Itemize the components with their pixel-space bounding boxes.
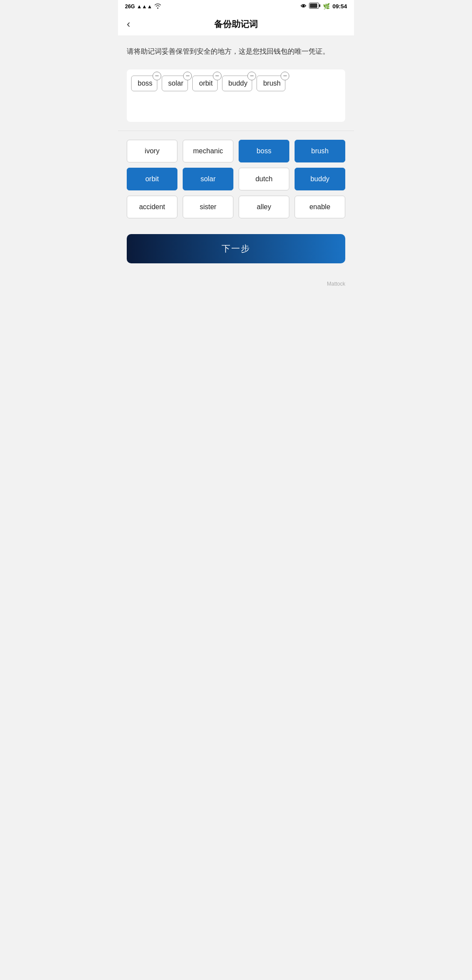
svg-rect-1 — [310, 3, 317, 8]
selected-word-chip[interactable]: boss− — [131, 76, 157, 91]
next-button[interactable]: 下一步 — [127, 234, 345, 263]
content-area: 请将助记词妥善保管到安全的地方，这是您找回钱包的唯一凭证。 boss−solar… — [118, 35, 354, 122]
word-option-button[interactable]: buddy — [295, 168, 345, 190]
wifi-icon — [154, 3, 162, 10]
description-text: 请将助记词妥善保管到安全的地方，这是您找回钱包的唯一凭证。 — [127, 46, 345, 57]
word-grid: ivorymechanicbossbrushorbitsolardutchbud… — [118, 140, 354, 227]
minus-button[interactable]: − — [153, 72, 161, 80]
page-title: 备份助记词 — [214, 18, 258, 30]
eye-icon: 👁 — [301, 3, 306, 10]
word-option-button[interactable]: ivory — [127, 140, 177, 162]
word-option-button[interactable]: dutch — [239, 168, 289, 190]
word-option-button[interactable]: alley — [239, 196, 289, 218]
minus-button[interactable]: − — [183, 72, 192, 80]
minus-button[interactable]: − — [281, 72, 289, 80]
status-left: 26G ▲▲▲ — [125, 3, 162, 10]
word-option-button[interactable]: enable — [295, 196, 345, 218]
minus-button[interactable]: − — [213, 72, 222, 80]
back-button[interactable]: ‹ — [127, 19, 130, 29]
battery-icon — [309, 3, 320, 10]
selected-word-chip[interactable]: buddy− — [222, 76, 253, 91]
time: 09:54 — [333, 3, 347, 10]
word-option-button[interactable]: mechanic — [183, 140, 233, 162]
selected-words-area: boss−solar−orbit−buddy−brush− — [127, 69, 345, 122]
watermark: Mattock — [118, 276, 354, 291]
divider — [118, 131, 354, 131]
word-option-button[interactable]: sister — [183, 196, 233, 218]
leaf-icon: 🌿 — [323, 3, 330, 10]
selected-word-chip[interactable]: orbit− — [192, 76, 217, 91]
header: ‹ 备份助记词 — [118, 13, 354, 35]
minus-button[interactable]: − — [247, 72, 256, 80]
selected-word-chip[interactable]: solar− — [162, 76, 188, 91]
status-bar: 26G ▲▲▲ 👁 🌿 09:54 — [118, 0, 354, 13]
bottom-area: 下一步 — [118, 227, 354, 276]
svg-rect-2 — [319, 4, 320, 7]
word-option-button[interactable]: boss — [239, 140, 289, 162]
word-option-button[interactable]: orbit — [127, 168, 177, 190]
selected-word-chip[interactable]: brush− — [257, 76, 285, 91]
signal-text: 26G — [125, 3, 135, 10]
word-option-button[interactable]: brush — [295, 140, 345, 162]
word-option-button[interactable]: accident — [127, 196, 177, 218]
word-option-button[interactable]: solar — [183, 168, 233, 190]
signal-icon: ▲▲▲ — [137, 3, 153, 10]
status-right: 👁 🌿 09:54 — [301, 3, 347, 10]
